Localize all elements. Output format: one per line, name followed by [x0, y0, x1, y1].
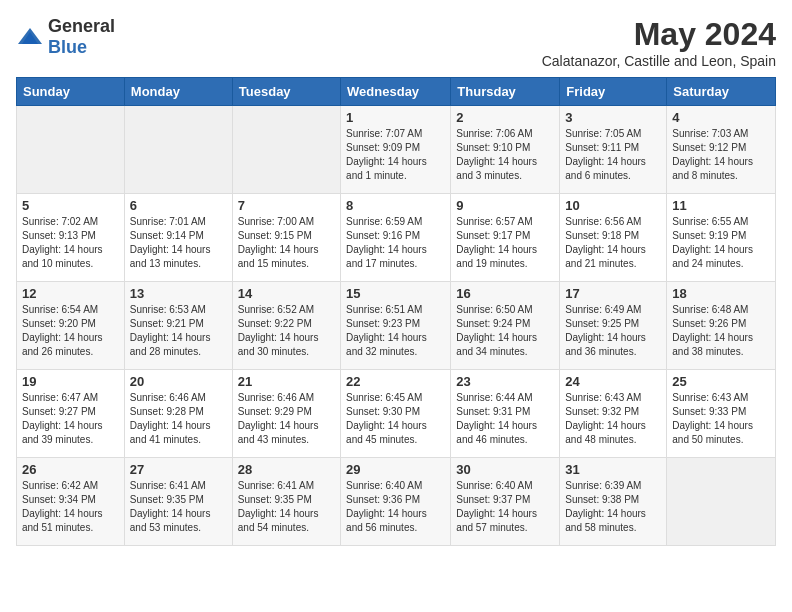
day-info: Sunrise: 6:44 AMSunset: 9:31 PMDaylight:…: [456, 391, 554, 447]
calendar-cell: 14Sunrise: 6:52 AMSunset: 9:22 PMDayligh…: [232, 282, 340, 370]
day-info: Sunrise: 6:46 AMSunset: 9:29 PMDaylight:…: [238, 391, 335, 447]
day-number: 6: [130, 198, 227, 213]
day-number: 2: [456, 110, 554, 125]
calendar-cell: [124, 106, 232, 194]
day-info: Sunrise: 6:55 AMSunset: 9:19 PMDaylight:…: [672, 215, 770, 271]
weekday-header-row: SundayMondayTuesdayWednesdayThursdayFrid…: [17, 78, 776, 106]
day-info: Sunrise: 6:46 AMSunset: 9:28 PMDaylight:…: [130, 391, 227, 447]
day-info: Sunrise: 6:54 AMSunset: 9:20 PMDaylight:…: [22, 303, 119, 359]
week-row-2: 5Sunrise: 7:02 AMSunset: 9:13 PMDaylight…: [17, 194, 776, 282]
calendar-cell: 24Sunrise: 6:43 AMSunset: 9:32 PMDayligh…: [560, 370, 667, 458]
day-info: Sunrise: 6:47 AMSunset: 9:27 PMDaylight:…: [22, 391, 119, 447]
calendar-cell: 13Sunrise: 6:53 AMSunset: 9:21 PMDayligh…: [124, 282, 232, 370]
day-number: 25: [672, 374, 770, 389]
week-row-4: 19Sunrise: 6:47 AMSunset: 9:27 PMDayligh…: [17, 370, 776, 458]
day-info: Sunrise: 6:56 AMSunset: 9:18 PMDaylight:…: [565, 215, 661, 271]
calendar-cell: 25Sunrise: 6:43 AMSunset: 9:33 PMDayligh…: [667, 370, 776, 458]
day-info: Sunrise: 6:39 AMSunset: 9:38 PMDaylight:…: [565, 479, 661, 535]
weekday-header-wednesday: Wednesday: [341, 78, 451, 106]
calendar-cell: 11Sunrise: 6:55 AMSunset: 9:19 PMDayligh…: [667, 194, 776, 282]
day-info: Sunrise: 6:57 AMSunset: 9:17 PMDaylight:…: [456, 215, 554, 271]
calendar-cell: 19Sunrise: 6:47 AMSunset: 9:27 PMDayligh…: [17, 370, 125, 458]
day-info: Sunrise: 7:01 AMSunset: 9:14 PMDaylight:…: [130, 215, 227, 271]
weekday-header-monday: Monday: [124, 78, 232, 106]
calendar-cell: 3Sunrise: 7:05 AMSunset: 9:11 PMDaylight…: [560, 106, 667, 194]
calendar-cell: 6Sunrise: 7:01 AMSunset: 9:14 PMDaylight…: [124, 194, 232, 282]
day-number: 30: [456, 462, 554, 477]
calendar-cell: [232, 106, 340, 194]
calendar-cell: 7Sunrise: 7:00 AMSunset: 9:15 PMDaylight…: [232, 194, 340, 282]
day-number: 15: [346, 286, 445, 301]
day-number: 16: [456, 286, 554, 301]
day-number: 7: [238, 198, 335, 213]
day-number: 29: [346, 462, 445, 477]
calendar-cell: 10Sunrise: 6:56 AMSunset: 9:18 PMDayligh…: [560, 194, 667, 282]
calendar-cell: 26Sunrise: 6:42 AMSunset: 9:34 PMDayligh…: [17, 458, 125, 546]
title-area: May 2024 Calatanazor, Castille and Leon,…: [542, 16, 776, 69]
logo-blue-text: Blue: [48, 37, 87, 57]
day-number: 23: [456, 374, 554, 389]
calendar-cell: 9Sunrise: 6:57 AMSunset: 9:17 PMDaylight…: [451, 194, 560, 282]
calendar-cell: 29Sunrise: 6:40 AMSunset: 9:36 PMDayligh…: [341, 458, 451, 546]
weekday-header-friday: Friday: [560, 78, 667, 106]
day-info: Sunrise: 6:41 AMSunset: 9:35 PMDaylight:…: [238, 479, 335, 535]
day-number: 21: [238, 374, 335, 389]
day-number: 1: [346, 110, 445, 125]
week-row-5: 26Sunrise: 6:42 AMSunset: 9:34 PMDayligh…: [17, 458, 776, 546]
day-info: Sunrise: 7:03 AMSunset: 9:12 PMDaylight:…: [672, 127, 770, 183]
calendar-cell: 5Sunrise: 7:02 AMSunset: 9:13 PMDaylight…: [17, 194, 125, 282]
day-number: 11: [672, 198, 770, 213]
day-number: 28: [238, 462, 335, 477]
calendar-cell: 1Sunrise: 7:07 AMSunset: 9:09 PMDaylight…: [341, 106, 451, 194]
day-number: 4: [672, 110, 770, 125]
logo-general-text: General: [48, 16, 115, 36]
day-number: 20: [130, 374, 227, 389]
day-number: 24: [565, 374, 661, 389]
week-row-1: 1Sunrise: 7:07 AMSunset: 9:09 PMDaylight…: [17, 106, 776, 194]
day-number: 26: [22, 462, 119, 477]
day-info: Sunrise: 7:00 AMSunset: 9:15 PMDaylight:…: [238, 215, 335, 271]
calendar-cell: 21Sunrise: 6:46 AMSunset: 9:29 PMDayligh…: [232, 370, 340, 458]
day-info: Sunrise: 6:45 AMSunset: 9:30 PMDaylight:…: [346, 391, 445, 447]
calendar-cell: 31Sunrise: 6:39 AMSunset: 9:38 PMDayligh…: [560, 458, 667, 546]
calendar-cell: 8Sunrise: 6:59 AMSunset: 9:16 PMDaylight…: [341, 194, 451, 282]
calendar-cell: 2Sunrise: 7:06 AMSunset: 9:10 PMDaylight…: [451, 106, 560, 194]
day-info: Sunrise: 7:02 AMSunset: 9:13 PMDaylight:…: [22, 215, 119, 271]
day-number: 12: [22, 286, 119, 301]
weekday-header-tuesday: Tuesday: [232, 78, 340, 106]
week-row-3: 12Sunrise: 6:54 AMSunset: 9:20 PMDayligh…: [17, 282, 776, 370]
day-info: Sunrise: 6:49 AMSunset: 9:25 PMDaylight:…: [565, 303, 661, 359]
calendar-cell: 12Sunrise: 6:54 AMSunset: 9:20 PMDayligh…: [17, 282, 125, 370]
calendar-cell: 28Sunrise: 6:41 AMSunset: 9:35 PMDayligh…: [232, 458, 340, 546]
day-number: 22: [346, 374, 445, 389]
calendar-cell: 18Sunrise: 6:48 AMSunset: 9:26 PMDayligh…: [667, 282, 776, 370]
day-info: Sunrise: 6:41 AMSunset: 9:35 PMDaylight:…: [130, 479, 227, 535]
logo: General Blue: [16, 16, 115, 58]
calendar-cell: 23Sunrise: 6:44 AMSunset: 9:31 PMDayligh…: [451, 370, 560, 458]
day-number: 19: [22, 374, 119, 389]
day-number: 14: [238, 286, 335, 301]
month-title: May 2024: [542, 16, 776, 53]
day-info: Sunrise: 7:06 AMSunset: 9:10 PMDaylight:…: [456, 127, 554, 183]
day-number: 17: [565, 286, 661, 301]
weekday-header-sunday: Sunday: [17, 78, 125, 106]
weekday-header-saturday: Saturday: [667, 78, 776, 106]
calendar-cell: 20Sunrise: 6:46 AMSunset: 9:28 PMDayligh…: [124, 370, 232, 458]
day-number: 8: [346, 198, 445, 213]
calendar-cell: 4Sunrise: 7:03 AMSunset: 9:12 PMDaylight…: [667, 106, 776, 194]
day-info: Sunrise: 6:40 AMSunset: 9:36 PMDaylight:…: [346, 479, 445, 535]
day-number: 27: [130, 462, 227, 477]
day-info: Sunrise: 6:52 AMSunset: 9:22 PMDaylight:…: [238, 303, 335, 359]
calendar-cell: 30Sunrise: 6:40 AMSunset: 9:37 PMDayligh…: [451, 458, 560, 546]
day-number: 9: [456, 198, 554, 213]
day-info: Sunrise: 6:40 AMSunset: 9:37 PMDaylight:…: [456, 479, 554, 535]
day-info: Sunrise: 7:07 AMSunset: 9:09 PMDaylight:…: [346, 127, 445, 183]
calendar-cell: [17, 106, 125, 194]
day-info: Sunrise: 6:53 AMSunset: 9:21 PMDaylight:…: [130, 303, 227, 359]
calendar-cell: 15Sunrise: 6:51 AMSunset: 9:23 PMDayligh…: [341, 282, 451, 370]
day-info: Sunrise: 7:05 AMSunset: 9:11 PMDaylight:…: [565, 127, 661, 183]
day-number: 13: [130, 286, 227, 301]
calendar-cell: 16Sunrise: 6:50 AMSunset: 9:24 PMDayligh…: [451, 282, 560, 370]
day-number: 10: [565, 198, 661, 213]
calendar-cell: 27Sunrise: 6:41 AMSunset: 9:35 PMDayligh…: [124, 458, 232, 546]
